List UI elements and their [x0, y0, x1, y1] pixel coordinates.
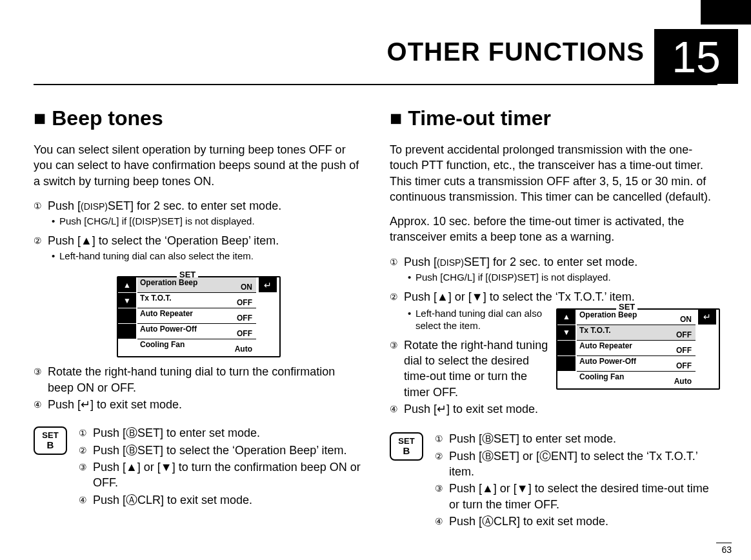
step-number: ③: [390, 337, 404, 400]
step-text: Rotate the right-hand tuning dial to tur…: [48, 364, 361, 395]
beep-setb-block: SET B ①Push [ⒷSET] to enter set mode. ②P…: [34, 425, 361, 508]
beep-step2-note: •Left-hand tuning dial can also select t…: [52, 250, 361, 263]
step-text: Push [(DISP)SET] for 2 sec. to enter set…: [404, 254, 717, 270]
tot-step1-note: •Push [CHG/L] if [(DISP)SET] is not disp…: [408, 271, 717, 284]
beep-sub-3: ③Push [▲] or [▼] to turn the confirmatio…: [79, 459, 361, 491]
step-text: Push [(DISP)SET] for 2 sec. to enter set…: [48, 198, 361, 214]
beep-step1-note: •Push [CHG/L] if [(DISP)SET] is not disp…: [52, 215, 361, 228]
step-number: ④: [34, 397, 48, 412]
tot-text-and-figure: •Left-hand tuning dial can also select t…: [390, 306, 717, 418]
step-text: Push [▲] or [▼] to select the ‘Tx T.O.T.…: [404, 289, 717, 305]
set-row-operation-beep: Operation Beep ON: [577, 310, 696, 325]
tot-step-4: ④ Push [↵] to exit set mode.: [390, 401, 550, 417]
timeout-warning-para: Approx. 10 sec. before the time-out time…: [390, 214, 717, 245]
enter-key-icon: ↵: [259, 277, 277, 292]
set-menu-figure-right: SET ▲ ▼ ↵ Operation Beep ON Tx T.O.T. OF…: [556, 306, 717, 390]
tot-step-1: ① Push [(DISP)SET] for 2 sec. to enter s…: [390, 254, 717, 270]
step-text: Push [↵] to exit set mode.: [48, 397, 361, 412]
step-number: ③: [34, 364, 48, 395]
step-number: ①: [34, 198, 48, 214]
timeout-intro: To prevent accidental prolonged transmis…: [390, 142, 717, 205]
chapter-number: 15: [654, 29, 738, 84]
set-row-operation-beep: Operation Beep ON: [137, 277, 256, 293]
step-number: ①: [390, 254, 404, 270]
title-rule: [34, 84, 717, 85]
down-arrow-icon: ▼: [557, 325, 576, 340]
step-number: ②: [390, 289, 404, 305]
content-columns: ■ Beep tones You can select silent opera…: [34, 106, 717, 530]
set-row-cooling-fan: Cooling Fan Auto: [137, 339, 256, 354]
tot-sub-1: ①Push [ⒷSET] to enter set mode.: [435, 431, 717, 446]
beep-step-1: ① Push [(DISP)SET] for 2 sec. to enter s…: [34, 198, 361, 214]
chapter-title: OTHER FUNCTIONS: [387, 37, 645, 66]
step-number: ④: [390, 401, 404, 417]
blank-key-icon: [557, 356, 576, 371]
set-b-key-icon: SET B: [34, 425, 67, 508]
set-row-auto-poweroff: Auto Power-Off OFF: [137, 324, 256, 339]
document-page: 15 OTHER FUNCTIONS ■ Beep tones You can …: [0, 0, 751, 560]
beep-sub-2: ②Push [ⒷSET] to select the ‘Operation Be…: [79, 443, 361, 458]
tot-step-3: ③ Rotate the right-hand tuning dial to s…: [390, 337, 550, 400]
beep-step-4: ④ Push [↵] to exit set mode.: [34, 397, 361, 412]
down-arrow-icon: ▼: [118, 293, 136, 308]
tot-step2-note: •Left-hand tuning dial can also select t…: [408, 307, 550, 332]
tot-setb-block: SET B ①Push [ⒷSET] to enter set mode. ②P…: [390, 431, 717, 530]
step-text: Push [▲] to select the ‘Operation Beep’ …: [48, 233, 361, 248]
beep-tones-intro: You can select silent operation by turni…: [34, 142, 361, 189]
blank-key-icon: [118, 324, 136, 339]
tot-sub-2: ②Push [ⒷSET] or [ⒸENT] to select the ‘Tx…: [435, 448, 717, 480]
set-row-auto-repeater: Auto Repeater OFF: [577, 341, 696, 356]
set-row-tx-tot: Tx T.O.T. OFF: [137, 293, 256, 308]
set-row-cooling-fan: Cooling Fan Auto: [577, 372, 696, 386]
up-arrow-icon: ▲: [118, 277, 136, 292]
beep-step-3: ③ Rotate the right-hand tuning dial to t…: [34, 364, 361, 395]
up-arrow-icon: ▲: [557, 310, 576, 325]
timeout-timer-heading: ■ Time-out timer: [390, 106, 717, 130]
step-text: Push [↵] to exit set mode.: [404, 401, 550, 417]
set-b-key-icon: SET B: [390, 431, 423, 530]
set-row-tx-tot: Tx T.O.T. OFF: [577, 325, 696, 341]
set-menu-figure-left: SET ▲ ▼ ↵ Operation Beep ON Tx T.O.T. OF…: [34, 274, 361, 364]
beep-tones-heading: ■ Beep tones: [34, 106, 361, 130]
step-number: ②: [34, 233, 48, 248]
tot-step-2: ② Push [▲] or [▼] to select the ‘Tx T.O.…: [390, 289, 717, 305]
tot-sub-4: ④Push [ⒶCLR] to exit set mode.: [435, 514, 717, 529]
page-number: 63: [716, 543, 732, 555]
column-right: ■ Time-out timer To prevent accidental p…: [390, 106, 717, 530]
beep-sub-4: ④Push [ⒶCLR] to exit set mode.: [79, 492, 361, 508]
beep-sub-1: ①Push [ⒷSET] to enter set mode.: [79, 425, 361, 441]
corner-tab: [701, 0, 751, 25]
column-left: ■ Beep tones You can select silent opera…: [34, 106, 361, 530]
set-row-auto-poweroff: Auto Power-Off OFF: [577, 356, 696, 372]
blank-key-icon: [557, 341, 576, 355]
beep-step-2: ② Push [▲] to select the ‘Operation Beep…: [34, 233, 361, 248]
tot-sub-3: ③Push [▲] or [▼] to select the desired t…: [435, 481, 717, 512]
enter-key-icon: ↵: [698, 310, 716, 325]
set-row-auto-repeater: Auto Repeater OFF: [137, 308, 256, 324]
step-text: Rotate the right-hand tuning dial to sel…: [404, 337, 550, 400]
blank-key-icon: [118, 308, 136, 323]
